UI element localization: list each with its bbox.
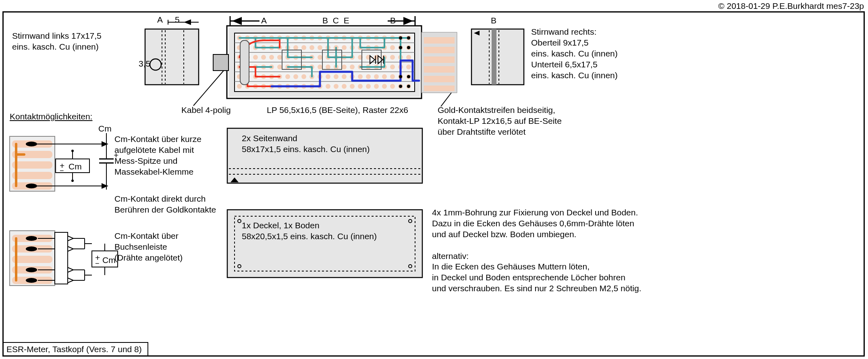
svg-marker-204 — [102, 183, 108, 189]
svg-point-74 — [253, 55, 258, 60]
b-top-label: B — [491, 15, 496, 26]
svg-rect-20 — [424, 66, 455, 73]
svg-point-168 — [407, 75, 410, 78]
svg-rect-17 — [424, 37, 455, 44]
drawing-canvas — [0, 0, 868, 359]
svg-rect-217 — [12, 256, 52, 263]
contact-option-probe — [10, 136, 108, 191]
svg-point-170 — [407, 85, 410, 88]
svg-point-208 — [71, 150, 74, 152]
cm-box2-label: Cm — [102, 255, 116, 265]
svg-point-166 — [407, 46, 410, 49]
svg-point-223 — [26, 267, 37, 272]
svg-point-221 — [26, 236, 37, 241]
svg-point-91 — [390, 55, 395, 60]
svg-point-131 — [358, 74, 363, 79]
svg-point-151 — [342, 84, 347, 89]
section-a-marker: A — [157, 15, 163, 25]
svg-point-224 — [26, 278, 37, 283]
svg-point-209 — [71, 180, 74, 182]
svg-rect-194 — [12, 161, 52, 169]
gold-contact-strips — [422, 32, 457, 93]
svg-point-133 — [374, 74, 379, 79]
svg-point-199 — [26, 142, 37, 146]
svg-point-93 — [406, 55, 411, 60]
right-wall-label: Stirnwand rechts: Oberteil 9x17,5 eins. … — [531, 27, 618, 81]
svg-marker-8 — [232, 17, 242, 25]
svg-point-105 — [326, 65, 330, 69]
main-pcb-view — [193, 26, 457, 106]
svg-point-108 — [350, 65, 355, 69]
right-notes: 4x 1mm-Bohrung zur Fixierung von Deckel … — [432, 207, 641, 294]
svg-rect-18 — [424, 47, 455, 53]
svg-point-58 — [301, 45, 306, 50]
cm-note-2: Cm-Kontakt direkt durch Berühren der Gol… — [114, 194, 216, 215]
svg-point-104 — [318, 65, 322, 69]
svg-point-63 — [342, 45, 347, 50]
svg-point-82 — [318, 55, 322, 60]
svg-point-77 — [277, 55, 282, 60]
capacitor-cm-symbol — [99, 133, 114, 190]
gold-strip-label: Gold-Kontaktstreifen beidseitig, Kontakt… — [438, 105, 562, 138]
contact-option-socket — [10, 231, 118, 286]
svg-line-172 — [441, 93, 451, 106]
svg-point-154 — [366, 84, 371, 89]
left-wall-label: Stirnwand links 17x17,5eins. kasch. Cu (… — [12, 31, 102, 52]
svg-marker-11 — [403, 17, 413, 25]
svg-point-134 — [382, 74, 387, 79]
svg-point-124 — [301, 74, 306, 79]
svg-rect-19 — [424, 56, 455, 63]
svg-point-150 — [334, 84, 338, 89]
svg-point-127 — [326, 74, 330, 79]
svg-point-156 — [382, 84, 387, 89]
side-wall-label: 2x Seitenwand58x17x1,5 eins. kasch. Cu (… — [242, 133, 370, 155]
svg-point-163 — [399, 36, 402, 40]
cm-box-minus: − — [60, 166, 64, 175]
section-a-arrow-label: A — [261, 15, 267, 26]
cable-4pin-label: Kabel 4-polig — [181, 105, 231, 115]
svg-point-153 — [358, 84, 363, 89]
svg-rect-22 — [424, 86, 455, 91]
svg-point-132 — [366, 74, 371, 79]
cm-note-1: Cm-Kontakt über kurze aufgelötete Kabel … — [114, 134, 201, 177]
svg-point-169 — [399, 85, 402, 88]
svg-point-76 — [269, 55, 274, 60]
cm-note-3: Cm-Kontakt über Buchsenleiste (Drähte an… — [114, 231, 183, 263]
svg-point-99 — [277, 65, 282, 69]
dim-3-5: 3,5 — [139, 58, 150, 69]
cm-symbol-top: Cm — [98, 123, 112, 134]
svg-point-107 — [342, 65, 347, 69]
svg-point-129 — [342, 74, 347, 79]
svg-rect-175 — [492, 29, 496, 85]
svg-point-222 — [26, 246, 37, 251]
pcb-caption: LP 56,5x16,5 (BE-Seite), Raster 22x6 — [267, 105, 408, 115]
svg-point-157 — [390, 84, 395, 89]
contacts-heading: Kontaktmöglichkeiten: — [10, 111, 92, 122]
right-wall-panel — [471, 29, 524, 85]
svg-point-152 — [350, 84, 355, 89]
svg-point-165 — [399, 46, 402, 49]
cm-box-label: Cm — [69, 161, 82, 172]
svg-point-60 — [318, 45, 322, 50]
svg-marker-5 — [184, 19, 191, 25]
svg-rect-21 — [424, 76, 455, 82]
cm-box2-minus: − — [95, 259, 100, 268]
svg-point-113 — [390, 65, 395, 69]
svg-point-155 — [374, 84, 379, 89]
svg-point-138 — [237, 84, 242, 89]
svg-point-59 — [309, 45, 314, 50]
svg-point-122 — [285, 74, 290, 79]
left-wall-panel — [145, 29, 199, 85]
cable-4pin — [213, 54, 228, 71]
dim-5: 5 — [175, 15, 180, 25]
svg-rect-173 — [471, 29, 524, 85]
svg-point-200 — [26, 184, 37, 188]
svg-point-69 — [390, 45, 395, 50]
svg-point-75 — [261, 55, 266, 60]
bce-label: B C E — [322, 15, 351, 26]
svg-rect-195 — [12, 172, 52, 179]
section-b-arrow-label: B — [390, 15, 396, 26]
svg-point-164 — [407, 36, 410, 40]
lid-floor-label: 1x Deckel, 1x Boden58x20,5x1,5 eins. kas… — [242, 220, 377, 242]
svg-point-128 — [334, 74, 338, 79]
